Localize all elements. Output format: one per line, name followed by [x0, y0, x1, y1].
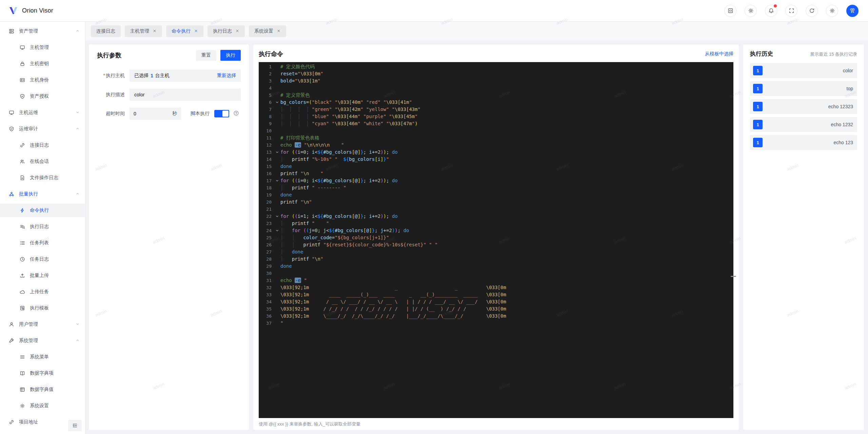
editor-line: 10 [259, 127, 733, 134]
tab-0[interactable]: 连接日志 [91, 25, 121, 37]
close-icon[interactable] [153, 29, 157, 34]
tab-2[interactable]: 命令执行 [166, 25, 203, 37]
sidebar-item-0-2[interactable]: 主机身份 [0, 73, 85, 87]
code-square-button[interactable] [724, 5, 736, 17]
sidebar-item-5[interactable]: 系统管理 [0, 334, 85, 347]
reset-button[interactable]: 重置 [196, 50, 216, 61]
fold-gutter [274, 106, 280, 113]
sidebar-item-2-2[interactable]: 文件操作日志 [0, 171, 85, 185]
sidebar-item-0-0[interactable]: 主机管理 [0, 41, 85, 54]
fold-chevron-icon[interactable] [274, 177, 280, 184]
sidebar-item-2-1[interactable]: 在线会话 [0, 155, 85, 168]
history-item-4[interactable]: 1echo 123 [750, 135, 857, 150]
sidebar-item-5-1[interactable]: 数据字典项 [0, 366, 85, 380]
sidebar-item-3-2[interactable]: 任务列表 [0, 236, 85, 250]
fold-gutter [274, 291, 280, 298]
reselect-host-link[interactable]: 重新选择 [217, 73, 236, 79]
sidebar-item-2-0[interactable]: 连接日志 [0, 138, 85, 152]
sidebar-item-4[interactable]: 用户管理 [0, 318, 85, 331]
select-from-template-link[interactable]: 从模板中选择 [705, 51, 733, 57]
code-editor[interactable]: 1# 定义颜色代码2reset="\033[0m"3bold="\033[1m"… [259, 62, 733, 418]
fold-chevron-icon[interactable] [274, 227, 280, 234]
tab-4[interactable]: 系统设置 [249, 25, 286, 37]
host-selected-count: 1 [151, 73, 153, 78]
editor-line: 27│ done [259, 248, 733, 256]
sidebar-item-3[interactable]: 批量执行 [0, 187, 85, 201]
script-exec-toggle[interactable] [214, 110, 229, 117]
bell-icon [768, 8, 774, 14]
sidebar-collapse-button[interactable] [68, 420, 82, 431]
editor-line: 13for ((i=0; i<${#bg_colors[@]}; i+=2));… [259, 149, 733, 156]
run-button[interactable]: 执行 [220, 50, 241, 61]
line-number: 10 [259, 127, 274, 134]
host-selection-field[interactable]: 已选择 1 台主机 重新选择 [130, 70, 241, 82]
sidebar-item-3-5[interactable]: 上传任务 [0, 285, 85, 299]
sidebar-item-1[interactable]: 主机运维 [0, 106, 85, 119]
fullscreen-button[interactable] [785, 5, 797, 17]
code-text: │ printf "\n" [280, 256, 733, 263]
theme-button[interactable] [745, 5, 757, 17]
sidebar-item-0[interactable]: 资产管理 [0, 24, 85, 38]
fullscreen-icon [789, 8, 794, 14]
refresh-button[interactable] [806, 5, 818, 17]
sidebar-item-0-3[interactable]: 资产授权 [0, 90, 85, 103]
fold-gutter [274, 277, 280, 284]
help-icon[interactable] [233, 110, 239, 117]
fold-chevron-icon[interactable] [274, 213, 280, 220]
table-icon [20, 387, 25, 392]
sidebar-item-3-1[interactable]: 执行日志 [0, 220, 85, 233]
history-item-2[interactable]: 1echo 12323 [750, 99, 857, 114]
command-header: 执行命令 从模板中选择 [259, 50, 733, 58]
close-icon[interactable] [235, 29, 239, 34]
editor-line: 6bg_colors=("black" "\033[40m" "red" "\0… [259, 99, 733, 106]
sidebar-item-0-1[interactable]: 主机密钥 [0, 57, 85, 71]
user-icon [9, 322, 14, 327]
timeout-row: 超时时间 秒 脚本执行 [97, 108, 241, 120]
history-title: 执行历史 [750, 50, 773, 58]
monitor-icon [9, 110, 14, 115]
sidebar-item-label: 主机身份 [30, 77, 80, 83]
chevron-up-icon [76, 127, 80, 131]
fold-gutter [274, 70, 280, 77]
id-card-icon [20, 77, 25, 83]
settings-button[interactable] [826, 5, 838, 17]
sidebar-item-5-2[interactable]: 数据字典值 [0, 383, 85, 396]
user-avatar[interactable]: 管 [846, 5, 859, 17]
sidebar-item-5-0[interactable]: 系统菜单 [0, 350, 85, 364]
fold-gutter [274, 305, 280, 313]
editor-line: 36\033[92;1m \____/_/ /_/\____/_/ /_/ |_… [259, 313, 733, 320]
code-text: │ done [280, 248, 733, 256]
close-icon [153, 29, 157, 33]
sidebar-item-3-4[interactable]: 批量上传 [0, 269, 85, 282]
close-icon[interactable] [277, 29, 281, 34]
editor-line: 11# 打印背景色表格 [259, 134, 733, 141]
tab-3[interactable]: 执行日志 [208, 25, 245, 37]
bell-button[interactable] [765, 5, 777, 17]
fold-gutter [274, 220, 280, 227]
sidebar-item-3-0[interactable]: 命令执行 [0, 204, 85, 217]
sidebar-item-5-3[interactable]: 系统设置 [0, 399, 85, 413]
editor-resize-handle[interactable] [731, 276, 736, 277]
sidebar-item-2[interactable]: 运维审计 [0, 122, 85, 136]
history-item-3[interactable]: 1echo 1232 [750, 117, 857, 132]
code-text: \033[92;1m / __ \/ ___/ / __ \/ __ \ | |… [280, 298, 733, 305]
sidebar-item-label: 任务列表 [30, 240, 80, 246]
fold-chevron-icon[interactable] [274, 149, 280, 156]
fold-chevron-icon[interactable] [274, 99, 280, 106]
line-number: 22 [259, 213, 274, 220]
line-number: 7 [259, 106, 274, 113]
close-icon[interactable] [194, 29, 198, 34]
theme-icon [748, 8, 754, 14]
fold-gutter [274, 92, 280, 99]
chevron-up-icon [76, 338, 80, 342]
history-item-1[interactable]: 1top [750, 81, 857, 96]
line-number: 18 [259, 184, 274, 191]
code-text [280, 206, 733, 213]
tab-1[interactable]: 主机管理 [125, 25, 162, 37]
description-input[interactable] [130, 89, 241, 101]
timeout-input[interactable] [134, 111, 164, 116]
app-title: Orion Visor [22, 7, 53, 14]
sidebar-item-3-3[interactable]: 任务日志 [0, 252, 85, 266]
sidebar-item-3-6[interactable]: 执行模板 [0, 301, 85, 315]
history-item-0[interactable]: 1color [750, 63, 857, 78]
